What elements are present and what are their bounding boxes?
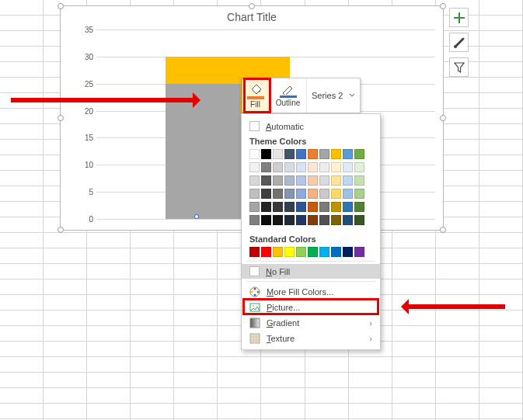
color-swatch[interactable] bbox=[354, 189, 364, 199]
selection-handle[interactable] bbox=[58, 115, 64, 121]
color-swatch[interactable] bbox=[319, 202, 329, 212]
color-swatch[interactable] bbox=[261, 189, 271, 199]
y-tick-label: 10 bbox=[79, 161, 93, 169]
color-swatch[interactable] bbox=[249, 162, 260, 172]
color-swatch[interactable] bbox=[273, 149, 283, 159]
color-swatch[interactable] bbox=[343, 189, 353, 199]
outline-color-preview bbox=[280, 95, 297, 98]
color-swatch[interactable] bbox=[319, 162, 329, 172]
color-swatch[interactable] bbox=[331, 202, 341, 212]
color-swatch[interactable] bbox=[284, 175, 295, 186]
color-swatch[interactable] bbox=[354, 175, 364, 186]
series-selector-value: Series 2 bbox=[312, 91, 343, 100]
texture-fill-item[interactable]: Texture › bbox=[242, 331, 380, 346]
color-swatch[interactable] bbox=[273, 215, 283, 225]
series-selector-dropdown[interactable]: Series 2 bbox=[307, 78, 360, 113]
gradient-fill-item[interactable]: Gradient › bbox=[242, 315, 380, 331]
color-swatch[interactable] bbox=[249, 202, 260, 212]
color-swatch[interactable] bbox=[308, 175, 318, 186]
color-swatch[interactable] bbox=[284, 202, 295, 212]
color-swatch[interactable] bbox=[343, 149, 353, 159]
color-swatch[interactable] bbox=[273, 189, 283, 199]
color-swatch[interactable] bbox=[296, 189, 306, 199]
y-tick-label: 35 bbox=[79, 26, 93, 34]
color-swatch[interactable] bbox=[308, 162, 318, 172]
color-swatch[interactable] bbox=[261, 202, 271, 212]
color-swatch[interactable] bbox=[273, 202, 283, 212]
color-swatch[interactable] bbox=[308, 189, 318, 199]
color-swatch[interactable] bbox=[249, 215, 260, 225]
automatic-fill-item[interactable]: Automatic bbox=[242, 119, 380, 134]
color-swatch[interactable] bbox=[319, 247, 329, 257]
chart-elements-button[interactable] bbox=[449, 8, 469, 27]
color-swatch[interactable] bbox=[296, 202, 306, 212]
color-swatch[interactable] bbox=[284, 162, 295, 172]
color-swatch[interactable] bbox=[308, 215, 318, 225]
color-swatch[interactable] bbox=[331, 215, 341, 225]
color-swatch[interactable] bbox=[296, 162, 306, 172]
selection-handle[interactable] bbox=[58, 227, 64, 233]
color-swatch[interactable] bbox=[249, 175, 260, 186]
pen-icon bbox=[281, 84, 295, 95]
color-swatch[interactable] bbox=[284, 247, 295, 257]
color-swatch[interactable] bbox=[343, 215, 353, 225]
color-swatch[interactable] bbox=[273, 162, 283, 172]
chart-filters-button[interactable] bbox=[449, 57, 469, 77]
color-swatch[interactable] bbox=[296, 215, 306, 225]
color-swatch[interactable] bbox=[296, 247, 306, 257]
selection-handle[interactable] bbox=[58, 3, 64, 9]
texture-rest: exture bbox=[271, 334, 295, 343]
color-swatch[interactable] bbox=[273, 247, 283, 257]
selection-handle[interactable] bbox=[440, 115, 446, 121]
color-swatch[interactable] bbox=[354, 202, 364, 212]
color-swatch[interactable] bbox=[331, 175, 341, 186]
color-swatch[interactable] bbox=[331, 189, 341, 199]
color-swatch[interactable] bbox=[319, 189, 329, 199]
color-swatch[interactable] bbox=[354, 162, 364, 172]
color-swatch[interactable] bbox=[343, 202, 353, 212]
outline-dropdown-button[interactable]: Outline bbox=[270, 78, 307, 113]
color-swatch[interactable] bbox=[343, 175, 353, 186]
color-swatch[interactable] bbox=[249, 189, 260, 199]
color-swatch[interactable] bbox=[284, 149, 295, 159]
no-fill-item[interactable]: No Fill bbox=[242, 264, 380, 279]
color-swatch[interactable] bbox=[354, 149, 364, 159]
selected-datapoint-handle[interactable] bbox=[194, 214, 199, 219]
color-swatch[interactable] bbox=[319, 149, 329, 159]
color-swatch[interactable] bbox=[249, 149, 260, 159]
color-swatch[interactable] bbox=[308, 149, 318, 159]
color-swatch[interactable] bbox=[343, 247, 353, 257]
color-swatch[interactable] bbox=[261, 162, 271, 172]
color-swatch[interactable] bbox=[354, 215, 364, 225]
color-wheel-icon bbox=[249, 286, 260, 297]
color-swatch[interactable] bbox=[261, 149, 271, 159]
color-swatch[interactable] bbox=[261, 175, 271, 186]
color-swatch[interactable] bbox=[249, 247, 260, 257]
color-swatch[interactable] bbox=[273, 175, 283, 186]
color-swatch[interactable] bbox=[331, 162, 341, 172]
more-colors-rest: ore Fill Colors... bbox=[274, 287, 333, 297]
color-swatch[interactable] bbox=[296, 175, 306, 186]
color-swatch[interactable] bbox=[319, 215, 329, 225]
color-swatch[interactable] bbox=[343, 162, 353, 172]
highlight-fill-button bbox=[243, 78, 271, 113]
color-swatch[interactable] bbox=[261, 215, 271, 225]
color-swatch[interactable] bbox=[319, 175, 329, 186]
color-swatch[interactable] bbox=[331, 247, 341, 257]
svg-point-4 bbox=[254, 294, 256, 297]
more-fill-colors-item[interactable]: More Fill Colors... bbox=[242, 284, 380, 300]
color-swatch[interactable] bbox=[296, 149, 306, 159]
color-swatch[interactable] bbox=[261, 247, 271, 257]
color-swatch[interactable] bbox=[354, 247, 364, 257]
highlight-no-fill bbox=[242, 298, 379, 315]
submenu-arrow-icon: › bbox=[369, 334, 372, 343]
color-swatch[interactable] bbox=[331, 149, 341, 159]
color-swatch[interactable] bbox=[284, 215, 295, 225]
color-swatch[interactable] bbox=[308, 202, 318, 212]
selection-handle[interactable] bbox=[440, 3, 446, 9]
color-swatch[interactable] bbox=[284, 189, 295, 199]
selection-handle[interactable] bbox=[249, 3, 255, 9]
color-swatch[interactable] bbox=[308, 247, 318, 257]
chart-styles-button[interactable] bbox=[449, 33, 469, 52]
selection-handle[interactable] bbox=[440, 227, 446, 233]
